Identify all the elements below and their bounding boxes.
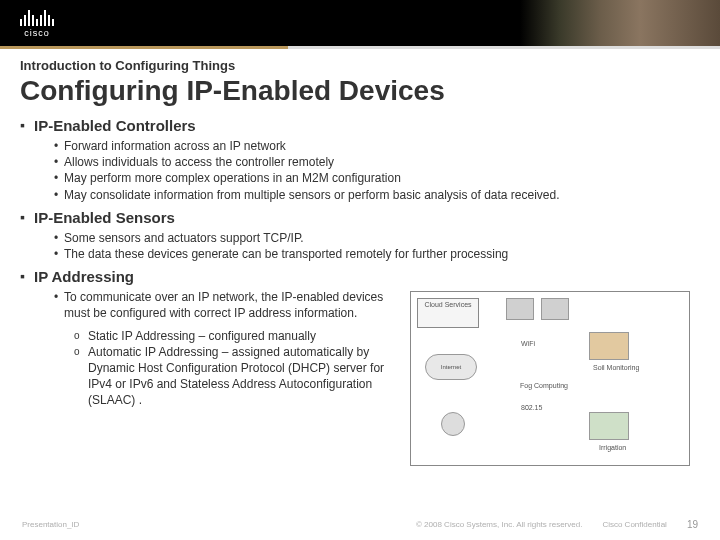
list-item: The data these devices generate can be t… [54, 246, 700, 262]
diagram-wifi-label: WiFi [521, 340, 535, 347]
diagram-cloud-services: Cloud Services [417, 298, 479, 328]
slide-pretitle: Introduction to Configuring Things [20, 58, 700, 73]
diagram-field-icon [589, 332, 629, 360]
logo-bars-icon [20, 8, 54, 26]
cisco-logo: cisco [20, 8, 54, 38]
network-diagram: Cloud Services Internet WiFi Soil Monito… [410, 291, 690, 466]
section-heading: IP-Enabled Controllers [20, 117, 700, 134]
sub-bullet-list: Static IP Addressing – configured manual… [20, 328, 400, 409]
slide-footer: Presentation_ID © 2008 Cisco Systems, In… [0, 519, 720, 530]
diagram-server-icon [506, 298, 534, 320]
diagram-globe-icon [441, 412, 465, 436]
section-heading: IP Addressing [20, 268, 700, 285]
header-accent [0, 46, 720, 49]
header-bar: cisco [0, 0, 720, 46]
logo-text: cisco [24, 28, 50, 38]
slide-content: Introduction to Configuring Things Confi… [0, 46, 720, 466]
header-photo [520, 0, 720, 46]
diagram-monitor-icon [541, 298, 569, 320]
bullet-list: Forward information across an IP network… [20, 138, 700, 203]
list-item: Some sensors and actuators support TCP/I… [54, 230, 700, 246]
diagram-soil-label: Soil Monitoring [593, 364, 639, 371]
diagram-irrigation-icon [589, 412, 629, 440]
diagram-irrigation-label: Irrigation [599, 444, 626, 451]
list-item: Automatic IP Addressing – assigned autom… [74, 344, 400, 409]
footer-copyright: © 2008 Cisco Systems, Inc. All rights re… [416, 520, 582, 529]
section-heading: IP-Enabled Sensors [20, 209, 700, 226]
page-number: 19 [687, 519, 698, 530]
list-item: To communicate over an IP network, the I… [54, 289, 400, 321]
footer-left: Presentation_ID [22, 520, 79, 529]
bullet-list: Some sensors and actuators support TCP/I… [20, 230, 700, 262]
list-item: Static IP Addressing – configured manual… [74, 328, 400, 344]
list-item: May perform more complex operations in a… [54, 170, 700, 186]
diagram-internet-cloud: Internet [425, 354, 477, 380]
bullet-list: To communicate over an IP network, the I… [20, 289, 400, 321]
footer-confidential: Cisco Confidential [602, 520, 666, 529]
list-item: May consolidate information from multipl… [54, 187, 700, 203]
diagram-fog-label: Fog Computing [501, 380, 587, 394]
list-item: Allows individuals to access the control… [54, 154, 700, 170]
slide-title: Configuring IP-Enabled Devices [20, 75, 700, 107]
diagram-eth-label: 802.15 [521, 404, 542, 411]
list-item: Forward information across an IP network [54, 138, 700, 154]
